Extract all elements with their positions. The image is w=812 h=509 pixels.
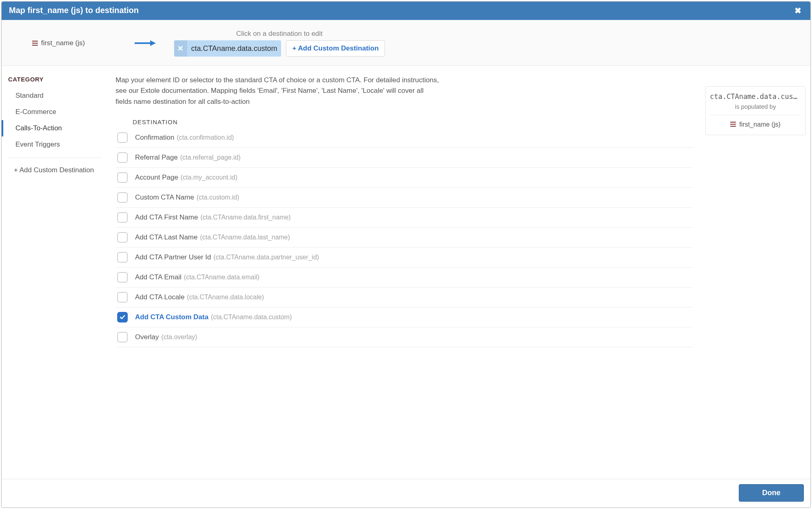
destination-code: (cta.confirmation.id) bbox=[177, 134, 234, 141]
arrow-icon bbox=[134, 39, 156, 47]
destination-label: Add CTA Partner User Id bbox=[135, 253, 211, 261]
destination-row[interactable]: Custom CTA Name(cta.custom.id) bbox=[116, 188, 693, 208]
destination-label: Referral Page bbox=[135, 154, 178, 162]
close-icon[interactable]: ✖ bbox=[793, 7, 803, 15]
info-card: cta.CTAname.data.cust… is populated by f… bbox=[705, 86, 805, 135]
info-populated-by: is populated by bbox=[710, 103, 801, 115]
info-source-icon bbox=[730, 121, 736, 128]
destination-code: (cta.custom.id) bbox=[196, 194, 239, 201]
destination-code: (cta.CTAname.data.locale) bbox=[187, 294, 264, 301]
dialog-header: Map first_name (js) to destination ✖ bbox=[2, 2, 810, 20]
source-field-icon bbox=[32, 41, 38, 46]
done-button[interactable]: Done bbox=[739, 484, 804, 502]
destination-list[interactable]: Confirmation(cta.confirmation.id)Referra… bbox=[116, 128, 694, 479]
mapping-bar: first_name (js) Click on a destination t… bbox=[2, 20, 810, 66]
destination-heading: DESTINATION bbox=[116, 107, 694, 128]
destination-label: Add CTA Locale bbox=[135, 293, 185, 301]
destination-group: Click on a destination to edit ✕ cta.CTA… bbox=[174, 30, 385, 57]
destination-row[interactable]: Add CTA Email(cta.CTAname.data.email) bbox=[116, 268, 693, 287]
destination-checkbox[interactable] bbox=[117, 172, 128, 183]
category-heading: CATEGORY bbox=[2, 76, 108, 88]
destination-code: (cta.CTAname.data.custom) bbox=[211, 314, 292, 321]
main-panel: Map your element ID or selector to the s… bbox=[108, 66, 701, 479]
destination-checkbox[interactable] bbox=[117, 232, 128, 243]
destination-row[interactable]: Add CTA Custom Data(cta.CTAname.data.cus… bbox=[116, 307, 693, 327]
svg-rect-2 bbox=[32, 45, 38, 46]
destination-checkbox[interactable] bbox=[117, 152, 128, 163]
destination-row[interactable]: Overlay(cta.overlay) bbox=[116, 327, 693, 347]
dialog-body: CATEGORY StandardE-CommerceCalls-To-Acti… bbox=[2, 66, 810, 479]
destination-checkbox[interactable] bbox=[117, 272, 128, 283]
destination-code: (cta.CTAname.data.partner_user_id) bbox=[214, 254, 319, 261]
category-list: StandardE-CommerceCalls-To-ActionEvent T… bbox=[2, 88, 108, 153]
destination-checkbox[interactable] bbox=[117, 192, 128, 203]
destination-row[interactable]: Account Page(cta.my_account.id) bbox=[116, 168, 693, 188]
dialog-title: Map first_name (js) to destination bbox=[9, 6, 139, 15]
info-source: first_name (js) bbox=[710, 121, 801, 128]
destination-checkbox[interactable] bbox=[117, 312, 128, 323]
destination-row[interactable]: Add CTA First Name(cta.CTAname.data.firs… bbox=[116, 208, 693, 228]
destination-row[interactable]: Confirmation(cta.confirmation.id) bbox=[116, 128, 693, 148]
map-destination-modal: Map first_name (js) to destination ✖ fir… bbox=[1, 1, 811, 508]
svg-rect-0 bbox=[32, 41, 38, 42]
destination-checkbox[interactable] bbox=[117, 332, 128, 342]
instructions-text: Map your element ID or selector to the s… bbox=[116, 75, 441, 107]
svg-marker-4 bbox=[150, 40, 156, 46]
destination-hint: Click on a destination to edit bbox=[174, 30, 385, 38]
destination-label: Overlay bbox=[135, 333, 159, 341]
svg-rect-1 bbox=[32, 43, 38, 44]
destination-label: Add CTA Last Name bbox=[135, 233, 198, 241]
destination-row[interactable]: Add CTA Locale(cta.CTAname.data.locale) bbox=[116, 287, 693, 307]
destination-checkbox[interactable] bbox=[117, 252, 128, 263]
sidebar-item-standard[interactable]: Standard bbox=[2, 88, 108, 104]
info-destination-code: cta.CTAname.data.cust… bbox=[710, 92, 801, 101]
destination-label: Add CTA Custom Data bbox=[135, 313, 208, 321]
destination-chip[interactable]: ✕ cta.CTAname.data.custom bbox=[174, 40, 282, 57]
destination-code: (cta.CTAname.data.first_name) bbox=[201, 214, 291, 221]
destination-checkbox[interactable] bbox=[117, 212, 128, 223]
sidebar-add-custom[interactable]: + Add Custom Destination bbox=[2, 163, 108, 178]
svg-rect-6 bbox=[730, 124, 736, 125]
right-panel: cta.CTAname.data.cust… is populated by f… bbox=[701, 66, 810, 479]
destination-label: Account Page bbox=[135, 173, 178, 182]
destination-row[interactable]: Add CTA Partner User Id(cta.CTAname.data… bbox=[116, 248, 693, 268]
destination-code: (cta.my_account.id) bbox=[181, 174, 238, 181]
destination-checkbox[interactable] bbox=[117, 132, 128, 143]
svg-rect-5 bbox=[730, 122, 736, 123]
category-sidebar: CATEGORY StandardE-CommerceCalls-To-Acti… bbox=[2, 66, 108, 479]
destination-code: (cta.referral_page.id) bbox=[180, 154, 241, 161]
destination-label: Custom CTA Name bbox=[135, 193, 194, 202]
add-custom-destination-button[interactable]: + Add Custom Destination bbox=[286, 40, 384, 57]
source-field: first_name (js) bbox=[32, 39, 85, 47]
sidebar-item-event-triggers[interactable]: Event Triggers bbox=[2, 136, 108, 153]
destination-row[interactable]: Referral Page(cta.referral_page.id) bbox=[116, 148, 693, 168]
info-source-label: first_name (js) bbox=[739, 121, 780, 128]
chip-remove-icon[interactable]: ✕ bbox=[174, 40, 187, 57]
destination-checkbox[interactable] bbox=[117, 292, 128, 303]
sidebar-item-calls-to-action[interactable]: Calls-To-Action bbox=[2, 120, 108, 136]
sidebar-divider bbox=[8, 158, 102, 158]
dialog-footer: Done bbox=[2, 479, 810, 507]
destination-code: (cta.CTAname.data.email) bbox=[184, 274, 260, 281]
destination-code: (cta.overlay) bbox=[162, 333, 197, 341]
destination-code: (cta.CTAname.data.last_name) bbox=[200, 234, 290, 241]
destination-label: Add CTA First Name bbox=[135, 213, 198, 222]
destination-row[interactable]: Add CTA Last Name(cta.CTAname.data.last_… bbox=[116, 228, 693, 248]
destination-label: Add CTA Email bbox=[135, 273, 181, 281]
source-field-label: first_name (js) bbox=[41, 39, 85, 47]
chip-label: cta.CTAname.data.custom bbox=[187, 40, 282, 57]
svg-rect-7 bbox=[730, 126, 736, 127]
sidebar-item-e-commerce[interactable]: E-Commerce bbox=[2, 104, 108, 120]
destination-label: Confirmation bbox=[135, 134, 174, 142]
